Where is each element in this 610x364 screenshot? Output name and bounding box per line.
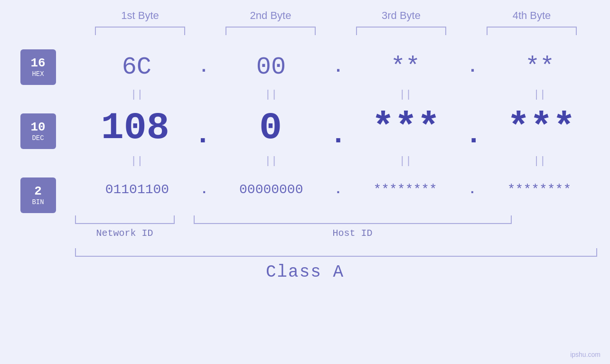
- dec-b4: ***: [491, 106, 591, 149]
- bin-b4: ********: [489, 182, 589, 197]
- dec-b1: 108: [85, 106, 185, 149]
- equals-row-1: || || || ||: [66, 87, 610, 102]
- bin-badge-base: BIN: [32, 198, 44, 206]
- hex-badge-num: 16: [30, 56, 45, 70]
- page-wrapper: 1st Byte 2nd Byte 3rd Byte 4th Byte 16 H…: [0, 0, 610, 364]
- top-bracket-2: [225, 27, 316, 35]
- eq1-b1: ||: [87, 89, 187, 101]
- bin-dot-2: .: [334, 182, 342, 197]
- network-id-label: Network ID: [75, 228, 175, 239]
- labels-col: 16 HEX 10 DEC 2 BIN: [0, 45, 66, 213]
- eq2-b4: ||: [490, 155, 590, 167]
- eq2-b3: ||: [356, 155, 455, 167]
- dec-data-row: 108 . 0 . *** . ***: [66, 102, 610, 154]
- col-header-3: 3rd Byte: [349, 9, 453, 22]
- bottom-labels: Network ID Host ID: [75, 228, 597, 239]
- host-bracket: [194, 215, 512, 224]
- hex-dot-3: .: [468, 57, 478, 77]
- dec-b2: 0: [221, 106, 320, 149]
- network-bracket: [75, 215, 175, 224]
- watermark: ipshu.com: [570, 351, 601, 358]
- hex-badge: 16 HEX: [20, 49, 56, 85]
- data-rows: 6C . 00 . ** . ** || || || || 108: [66, 45, 610, 213]
- hex-b1: 6C: [87, 53, 187, 81]
- column-headers: 1st Byte 2nd Byte 3rd Byte 4th Byte: [75, 9, 597, 22]
- top-bracket-1: [95, 27, 185, 35]
- col-header-2: 2nd Byte: [218, 9, 323, 22]
- full-bracket: [75, 248, 597, 257]
- dec-badge: 10 DEC: [20, 113, 56, 149]
- hex-b2: 00: [221, 53, 321, 81]
- bin-badge: 2 BIN: [20, 177, 56, 213]
- bottom-brackets: [75, 215, 597, 224]
- equals-row-2: || || || ||: [66, 154, 610, 168]
- eq1-b4: ||: [490, 89, 590, 101]
- bottom-section: Network ID Host ID Class A: [0, 215, 610, 282]
- bin-data-row: 01101100 . 00000000 . ******** . *******…: [66, 168, 610, 211]
- class-label: Class A: [266, 262, 344, 282]
- top-brackets: [75, 27, 597, 35]
- dec-badge-num: 10: [30, 121, 45, 134]
- hex-b4: **: [490, 53, 590, 81]
- hex-b3: **: [356, 53, 455, 81]
- eq2-b1: ||: [87, 155, 187, 167]
- bin-b1: 01101100: [87, 182, 187, 197]
- top-bracket-4: [487, 27, 577, 35]
- col-header-1: 1st Byte: [88, 9, 192, 22]
- eq2-b2: ||: [221, 155, 321, 167]
- col-header-4: 4th Byte: [479, 9, 584, 22]
- dec-dot-2: .: [329, 119, 347, 151]
- full-bracket-row: [75, 248, 597, 257]
- hex-badge-base: HEX: [32, 70, 44, 78]
- dec-dot-3: .: [465, 119, 482, 151]
- dec-badge-base: DEC: [32, 134, 44, 142]
- bin-b3: ********: [356, 182, 455, 197]
- dec-dot-1: .: [194, 119, 211, 151]
- hex-dot-1: .: [199, 57, 209, 77]
- content-area: 16 HEX 10 DEC 2 BIN 6C . 00 . ** . **: [0, 45, 610, 213]
- top-bracket-3: [356, 27, 446, 35]
- hex-dot-2: .: [333, 57, 344, 77]
- hex-data-row: 6C . 00 . ** . **: [66, 47, 610, 87]
- bin-dot-3: .: [468, 182, 476, 197]
- bin-dot-1: .: [200, 182, 208, 197]
- bin-badge-num: 2: [34, 185, 42, 198]
- dec-b3: ***: [356, 106, 456, 149]
- host-id-label: Host ID: [194, 228, 512, 239]
- bin-b2: 00000000: [221, 182, 321, 197]
- eq1-b2: ||: [221, 89, 321, 101]
- eq1-b3: ||: [356, 89, 455, 101]
